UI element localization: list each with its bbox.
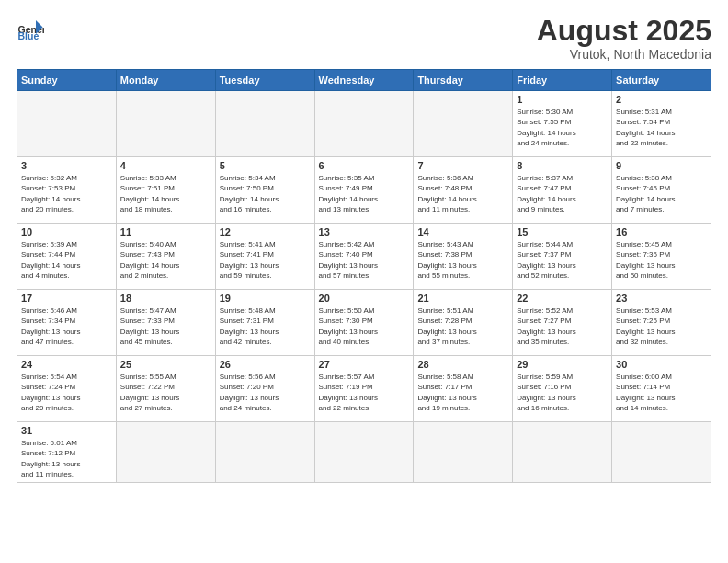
- day-number: 3: [21, 160, 112, 171]
- calendar-day: 20Sunrise: 5:50 AM Sunset: 7:30 PM Dayli…: [314, 290, 414, 356]
- calendar-day: 10Sunrise: 5:39 AM Sunset: 7:44 PM Dayli…: [17, 224, 117, 290]
- calendar-table: Sunday Monday Tuesday Wednesday Thursday…: [17, 69, 711, 483]
- day-number: 16: [616, 226, 707, 237]
- day-number: 6: [319, 160, 410, 171]
- calendar-title: August 2025: [537, 15, 711, 47]
- day-number: 15: [517, 226, 608, 237]
- header-wednesday: Wednesday: [314, 70, 414, 91]
- calendar-day: 26Sunrise: 5:56 AM Sunset: 7:20 PM Dayli…: [215, 356, 314, 422]
- calendar-day: [513, 422, 612, 483]
- header-sunday: Sunday: [17, 70, 117, 91]
- calendar-day: 28Sunrise: 5:58 AM Sunset: 7:17 PM Dayli…: [414, 356, 513, 422]
- svg-text:Blue: Blue: [18, 30, 40, 41]
- calendar-day: [215, 422, 314, 483]
- day-info: Sunrise: 5:37 AM Sunset: 7:47 PM Dayligh…: [517, 173, 608, 214]
- day-info: Sunrise: 5:54 AM Sunset: 7:24 PM Dayligh…: [21, 372, 112, 413]
- day-number: 20: [319, 293, 410, 304]
- calendar-day: 27Sunrise: 5:57 AM Sunset: 7:19 PM Dayli…: [314, 356, 414, 422]
- day-number: 19: [220, 293, 311, 304]
- day-number: 23: [616, 293, 707, 304]
- day-number: 14: [417, 226, 508, 237]
- calendar-day: [215, 91, 314, 157]
- day-info: Sunrise: 5:50 AM Sunset: 7:30 PM Dayligh…: [319, 305, 410, 347]
- day-number: 17: [21, 293, 112, 304]
- header-tuesday: Tuesday: [215, 70, 314, 91]
- calendar-day: 13Sunrise: 5:42 AM Sunset: 7:40 PM Dayli…: [314, 224, 414, 290]
- header-thursday: Thursday: [414, 70, 513, 91]
- calendar-day: [414, 91, 513, 157]
- calendar-day: [414, 422, 513, 483]
- calendar-day: 17Sunrise: 5:46 AM Sunset: 7:34 PM Dayli…: [17, 290, 117, 356]
- calendar-day: 22Sunrise: 5:52 AM Sunset: 7:27 PM Dayli…: [513, 290, 612, 356]
- day-number: 9: [616, 160, 707, 171]
- day-info: Sunrise: 5:44 AM Sunset: 7:37 PM Dayligh…: [517, 239, 608, 281]
- day-info: Sunrise: 5:48 AM Sunset: 7:31 PM Dayligh…: [220, 305, 311, 347]
- day-info: Sunrise: 5:59 AM Sunset: 7:16 PM Dayligh…: [517, 372, 608, 413]
- title-block: August 2025 Vrutok, North Macedonia: [537, 15, 711, 62]
- day-info: Sunrise: 5:43 AM Sunset: 7:38 PM Dayligh…: [417, 239, 508, 281]
- calendar-day: 5Sunrise: 5:34 AM Sunset: 7:50 PM Daylig…: [215, 157, 314, 224]
- day-info: Sunrise: 5:30 AM Sunset: 7:55 PM Dayligh…: [517, 107, 608, 148]
- calendar-day: 19Sunrise: 5:48 AM Sunset: 7:31 PM Dayli…: [215, 290, 314, 356]
- calendar-day: 9Sunrise: 5:38 AM Sunset: 7:45 PM Daylig…: [612, 157, 711, 224]
- day-number: 7: [417, 160, 508, 171]
- calendar-day: 29Sunrise: 5:59 AM Sunset: 7:16 PM Dayli…: [513, 356, 612, 422]
- calendar-day: 1Sunrise: 5:30 AM Sunset: 7:55 PM Daylig…: [513, 91, 612, 157]
- calendar-day: 14Sunrise: 5:43 AM Sunset: 7:38 PM Dayli…: [414, 224, 513, 290]
- day-number: 27: [319, 359, 410, 370]
- day-number: 13: [319, 226, 410, 237]
- day-info: Sunrise: 5:52 AM Sunset: 7:27 PM Dayligh…: [517, 305, 608, 347]
- calendar-day: 31Sunrise: 6:01 AM Sunset: 7:12 PM Dayli…: [17, 422, 117, 483]
- day-number: 8: [517, 160, 608, 171]
- day-info: Sunrise: 5:35 AM Sunset: 7:49 PM Dayligh…: [319, 173, 410, 214]
- day-info: Sunrise: 5:32 AM Sunset: 7:53 PM Dayligh…: [21, 173, 112, 214]
- day-info: Sunrise: 5:45 AM Sunset: 7:36 PM Dayligh…: [616, 239, 707, 281]
- day-number: 10: [21, 226, 112, 237]
- calendar-day: 25Sunrise: 5:55 AM Sunset: 7:22 PM Dayli…: [116, 356, 215, 422]
- calendar-day: 6Sunrise: 5:35 AM Sunset: 7:49 PM Daylig…: [314, 157, 414, 224]
- calendar-day: 21Sunrise: 5:51 AM Sunset: 7:28 PM Dayli…: [414, 290, 513, 356]
- calendar-day: [314, 422, 414, 483]
- logo-icon: General Blue: [17, 15, 44, 42]
- day-number: 1: [517, 94, 608, 105]
- day-info: Sunrise: 5:33 AM Sunset: 7:51 PM Dayligh…: [120, 173, 211, 214]
- header-saturday: Saturday: [612, 70, 711, 91]
- calendar-week-row: 10Sunrise: 5:39 AM Sunset: 7:44 PM Dayli…: [17, 224, 711, 290]
- day-info: Sunrise: 6:01 AM Sunset: 7:12 PM Dayligh…: [21, 438, 112, 479]
- day-number: 29: [517, 359, 608, 370]
- calendar-week-row: 3Sunrise: 5:32 AM Sunset: 7:53 PM Daylig…: [17, 157, 711, 224]
- calendar-subtitle: Vrutok, North Macedonia: [537, 47, 711, 62]
- calendar-day: [612, 422, 711, 483]
- calendar-day: 30Sunrise: 6:00 AM Sunset: 7:14 PM Dayli…: [612, 356, 711, 422]
- calendar-day: 12Sunrise: 5:41 AM Sunset: 7:41 PM Dayli…: [215, 224, 314, 290]
- calendar-day: [17, 91, 117, 157]
- day-number: 18: [120, 293, 211, 304]
- calendar-week-row: 17Sunrise: 5:46 AM Sunset: 7:34 PM Dayli…: [17, 290, 711, 356]
- day-info: Sunrise: 5:56 AM Sunset: 7:20 PM Dayligh…: [220, 372, 311, 413]
- calendar-week-row: 31Sunrise: 6:01 AM Sunset: 7:12 PM Dayli…: [17, 422, 711, 483]
- day-info: Sunrise: 5:31 AM Sunset: 7:54 PM Dayligh…: [616, 107, 707, 148]
- day-info: Sunrise: 5:38 AM Sunset: 7:45 PM Dayligh…: [616, 173, 707, 214]
- day-info: Sunrise: 5:40 AM Sunset: 7:43 PM Dayligh…: [120, 239, 211, 281]
- calendar-day: 2Sunrise: 5:31 AM Sunset: 7:54 PM Daylig…: [612, 91, 711, 157]
- day-info: Sunrise: 5:51 AM Sunset: 7:28 PM Dayligh…: [417, 305, 508, 347]
- day-number: 2: [616, 94, 707, 105]
- day-info: Sunrise: 5:34 AM Sunset: 7:50 PM Dayligh…: [220, 173, 311, 214]
- day-number: 11: [120, 226, 211, 237]
- weekday-header-row: Sunday Monday Tuesday Wednesday Thursday…: [17, 70, 711, 91]
- day-info: Sunrise: 5:53 AM Sunset: 7:25 PM Dayligh…: [616, 305, 707, 347]
- calendar-day: 15Sunrise: 5:44 AM Sunset: 7:37 PM Dayli…: [513, 224, 612, 290]
- day-number: 12: [220, 226, 311, 237]
- day-info: Sunrise: 5:42 AM Sunset: 7:40 PM Dayligh…: [319, 239, 410, 281]
- calendar-day: 4Sunrise: 5:33 AM Sunset: 7:51 PM Daylig…: [116, 157, 215, 224]
- calendar-day: 8Sunrise: 5:37 AM Sunset: 7:47 PM Daylig…: [513, 157, 612, 224]
- calendar-day: 16Sunrise: 5:45 AM Sunset: 7:36 PM Dayli…: [612, 224, 711, 290]
- day-info: Sunrise: 6:00 AM Sunset: 7:14 PM Dayligh…: [616, 372, 707, 413]
- calendar-day: 23Sunrise: 5:53 AM Sunset: 7:25 PM Dayli…: [612, 290, 711, 356]
- calendar-day: [314, 91, 414, 157]
- day-info: Sunrise: 5:47 AM Sunset: 7:33 PM Dayligh…: [120, 305, 211, 347]
- day-number: 30: [616, 359, 707, 370]
- calendar-day: 18Sunrise: 5:47 AM Sunset: 7:33 PM Dayli…: [116, 290, 215, 356]
- header-monday: Monday: [116, 70, 215, 91]
- calendar-week-row: 24Sunrise: 5:54 AM Sunset: 7:24 PM Dayli…: [17, 356, 711, 422]
